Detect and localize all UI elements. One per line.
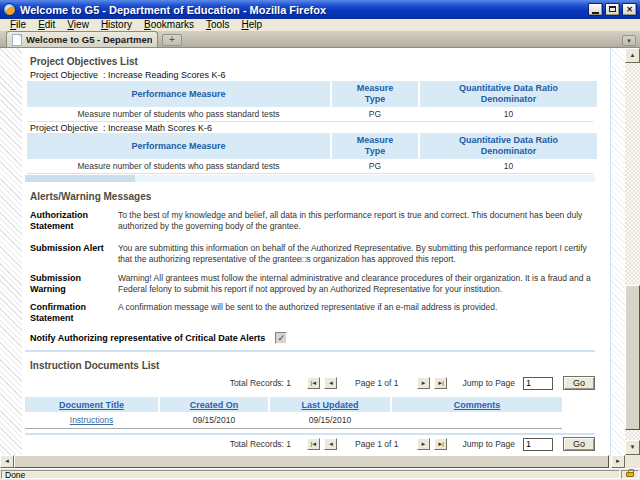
cell-denominator: 10 xyxy=(420,107,597,121)
scroll-right-icon[interactable]: ► xyxy=(611,455,625,468)
scroll-left-icon[interactable]: ◄ xyxy=(0,455,14,468)
cell-performance-measure: Measure number of students who pass stan… xyxy=(27,159,330,173)
total-records-label: Total Records: 1 xyxy=(230,439,291,449)
table-row: Instructions 09/15/2010 09/15/2010 xyxy=(25,412,562,429)
alert-item: Authorization Statement To the best of m… xyxy=(30,210,596,232)
menu-bar: File Edit View History Bookmarks Tools H… xyxy=(0,19,640,31)
prev-page-button[interactable]: ◄ xyxy=(324,438,337,450)
objectives-section-heading: Project Objectives List xyxy=(30,56,138,67)
pagination-bar: Total Records: 1 |◄ ◄ Page 1 of 1 ► ►| J… xyxy=(25,375,595,391)
objective-label: Project Objective : Increase Math Scores… xyxy=(30,123,212,133)
document-link[interactable]: Instructions xyxy=(70,415,113,425)
scroll-down-icon[interactable]: ▼ xyxy=(625,440,640,455)
browser-window: Welcome to G5 - Department of Education … xyxy=(0,0,640,480)
menu-edit[interactable]: Edit xyxy=(32,19,61,31)
security-panel xyxy=(621,470,639,479)
restore-button[interactable] xyxy=(605,3,620,16)
firefox-icon xyxy=(3,3,16,16)
tab-welcome-g5[interactable]: Welcome to G5 - Department of Edu... xyxy=(6,31,158,47)
sort-created-on[interactable]: Created On xyxy=(190,400,239,410)
vertical-scrollbar[interactable]: ▲ ▼ xyxy=(625,48,640,455)
alerts-section-heading: Alerts/Warning Messages xyxy=(30,191,151,202)
minimize-icon xyxy=(592,12,599,14)
scrollbar-corner xyxy=(625,455,640,468)
prev-page-button[interactable]: ◄ xyxy=(324,377,337,389)
minimize-button[interactable] xyxy=(588,3,603,16)
alert-label: Submission Alert xyxy=(30,243,112,264)
documents-table: Document Title Created On Last Updated C… xyxy=(25,397,562,429)
alert-text: A confirmation message will be sent to t… xyxy=(118,302,592,324)
section-divider xyxy=(25,350,595,352)
total-records-label: Total Records: 1 xyxy=(230,378,291,388)
notify-label: Notify Authorizing representative of Cri… xyxy=(30,333,265,343)
jump-to-page-label: Jump to Page xyxy=(463,378,515,388)
horizontal-scroll-thumb[interactable] xyxy=(14,455,609,468)
first-page-button[interactable]: |◄ xyxy=(307,377,320,389)
objective-table: Performance Measure Measure Type Quantit… xyxy=(27,81,593,122)
content-viewport: Project Objectives List Project Objectiv… xyxy=(0,48,625,455)
jump-to-page-label: Jump to Page xyxy=(463,439,515,449)
alert-text: To the best of my knowledge and belief, … xyxy=(118,210,592,232)
last-page-button[interactable]: ►| xyxy=(434,438,447,450)
notify-row: Notify Authorizing representative of Cri… xyxy=(30,332,287,344)
tab-title: Welcome to G5 - Department of Edu... xyxy=(26,34,152,45)
col-quantitative-denominator: Quantitative Data Ratio Denominator xyxy=(420,133,597,159)
status-text: Done xyxy=(1,470,620,479)
sort-last-updated[interactable]: Last Updated xyxy=(301,400,358,410)
objective-label: Project Objective : Increase Reading Sco… xyxy=(30,70,226,80)
objective-table: Performance Measure Measure Type Quantit… xyxy=(27,133,593,174)
objective-table-header: Performance Measure Measure Type Quantit… xyxy=(27,133,593,159)
objective-table-header: Performance Measure Measure Type Quantit… xyxy=(27,81,593,107)
vertical-scroll-thumb[interactable] xyxy=(625,285,640,430)
page-indicator: Page 1 of 1 xyxy=(355,439,398,449)
restore-icon xyxy=(609,6,616,12)
table-footer-bar xyxy=(25,175,595,182)
menu-view[interactable]: View xyxy=(61,19,95,31)
list-all-tabs-button[interactable]: ▾ xyxy=(622,35,636,46)
col-performance-measure: Performance Measure xyxy=(27,133,330,159)
jump-to-page-input[interactable] xyxy=(523,438,553,451)
title-bar: Welcome to G5 - Department of Education … xyxy=(0,0,640,19)
menu-file[interactable]: File xyxy=(4,19,32,31)
window-controls: ✕ xyxy=(588,3,637,16)
next-page-button[interactable]: ► xyxy=(417,438,430,450)
horizontal-scrollbar[interactable]: ◄ ► xyxy=(0,455,625,468)
menu-tools[interactable]: Tools xyxy=(200,19,235,31)
pagination-bar: Total Records: 1 |◄ ◄ Page 1 of 1 ► ►| J… xyxy=(25,436,595,452)
go-button[interactable]: Go xyxy=(563,376,595,390)
col-quantitative-denominator: Quantitative Data Ratio Denominator xyxy=(420,81,597,107)
left-margin-hatch xyxy=(0,48,22,455)
cell-measure-type: PG xyxy=(332,159,418,173)
alert-item: Confirmation Statement A confirmation me… xyxy=(30,302,596,324)
jump-to-page-input[interactable] xyxy=(523,377,553,390)
sort-document-title[interactable]: Document Title xyxy=(59,400,124,410)
g5-report-page: Project Objectives List Project Objectiv… xyxy=(22,48,610,455)
cell-measure-type: PG xyxy=(332,107,418,121)
table-row: Measure number of students who pass stan… xyxy=(27,107,593,122)
cell-performance-measure: Measure number of students who pass stan… xyxy=(27,107,330,121)
next-page-button[interactable]: ► xyxy=(417,377,430,389)
cell-denominator: 10 xyxy=(420,159,597,173)
right-margin-hatch xyxy=(610,48,625,455)
menu-bookmarks[interactable]: Bookmarks xyxy=(138,19,200,31)
page-indicator: Page 1 of 1 xyxy=(355,378,398,388)
alert-label: Submission Warning xyxy=(30,273,112,295)
new-tab-button[interactable]: + xyxy=(162,34,182,46)
first-page-button[interactable]: |◄ xyxy=(307,438,320,450)
scroll-up-icon[interactable]: ▲ xyxy=(625,48,640,63)
alert-text: You are submitting this information on b… xyxy=(118,243,592,264)
go-button[interactable]: Go xyxy=(563,437,595,451)
menu-help[interactable]: Help xyxy=(235,19,268,31)
menu-history[interactable]: History xyxy=(95,19,138,31)
documents-table-header: Document Title Created On Last Updated C… xyxy=(25,397,562,412)
footer-bar-segment xyxy=(25,175,135,182)
alert-label: Confirmation Statement xyxy=(30,302,112,324)
close-button[interactable]: ✕ xyxy=(622,3,637,16)
alert-text: Warning! All grantees must follow the in… xyxy=(118,273,592,295)
window-title: Welcome to G5 - Department of Education … xyxy=(20,4,326,16)
notify-checkbox[interactable]: ✓ xyxy=(275,332,287,344)
cell-comments xyxy=(392,412,562,428)
sort-comments[interactable]: Comments xyxy=(454,400,501,410)
last-page-button[interactable]: ►| xyxy=(434,377,447,389)
status-bar: Done xyxy=(0,468,640,480)
